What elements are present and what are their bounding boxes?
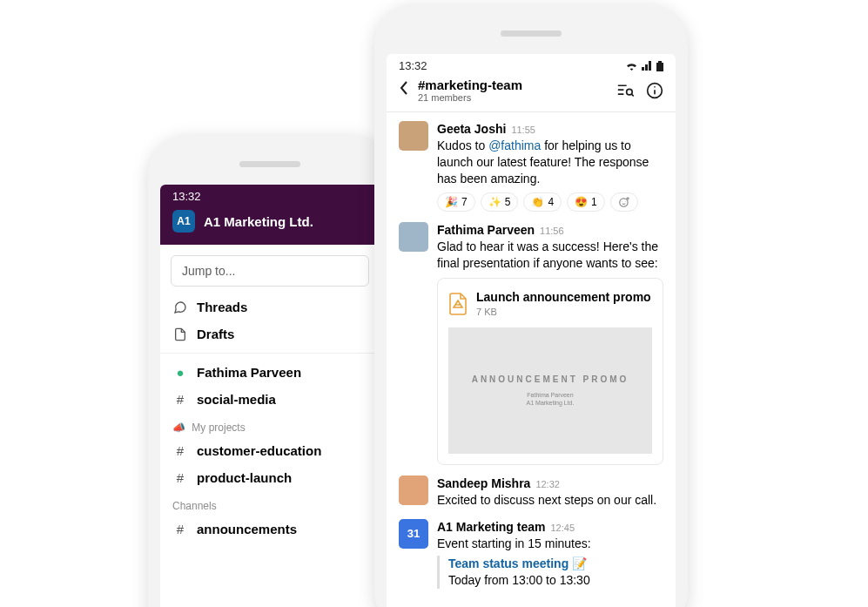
message[interactable]: Geeta Joshi 11:55 Kudos to @fathima for … xyxy=(399,121,663,212)
message-author[interactable]: Sandeep Mishra xyxy=(437,475,530,492)
phone-left: 13:32 A1 A1 Marketing Ltd. Jump to... Th… xyxy=(148,135,392,607)
svg-line-6 xyxy=(631,94,633,96)
message-author[interactable]: Fathima Parveen xyxy=(437,222,535,239)
message[interactable]: 31 A1 Marketing team 12:45 Event startin… xyxy=(399,519,663,589)
message[interactable]: Sandeep Mishra 12:32 Excited to discuss … xyxy=(399,475,663,509)
svg-point-9 xyxy=(654,86,656,88)
svg-point-10 xyxy=(620,199,628,206)
workspace-header[interactable]: A1 A1 Marketing Ltd. xyxy=(160,205,380,245)
left-screen: 13:32 A1 A1 Marketing Ltd. Jump to... Th… xyxy=(160,185,380,607)
channel-item[interactable]: # social-media xyxy=(160,386,380,413)
hash-icon: # xyxy=(172,470,188,485)
workspace-name: A1 Marketing Ltd. xyxy=(204,214,313,229)
message-author[interactable]: A1 Marketing team xyxy=(437,519,545,536)
filter-search-icon[interactable] xyxy=(616,83,634,98)
workspace-avatar: A1 xyxy=(172,210,195,233)
phone-speaker xyxy=(501,30,562,37)
hash-icon: # xyxy=(172,392,188,407)
status-time: 13:32 xyxy=(399,59,427,72)
reaction[interactable]: 🎉7 xyxy=(437,192,475,212)
message-author[interactable]: Geeta Joshi xyxy=(437,121,506,138)
message-text: Excited to discuss next steps on our cal… xyxy=(437,492,663,509)
right-screen: 13:32 #marketing-team 21 members xyxy=(387,54,676,607)
status-bar: 13:32 xyxy=(387,54,676,74)
svg-rect-1 xyxy=(656,63,663,71)
svg-point-5 xyxy=(627,89,633,95)
nav-threads[interactable]: Threads xyxy=(160,293,380,320)
section-my-projects[interactable]: 📣 My projects xyxy=(160,413,380,437)
channel-members: 21 members xyxy=(418,92,522,103)
event-title[interactable]: Team status meeting xyxy=(448,556,569,570)
mention[interactable]: @fathima xyxy=(488,138,541,152)
nav-drafts[interactable]: Drafts xyxy=(160,320,380,347)
dm-item[interactable]: ● Fathima Parveen xyxy=(160,359,380,386)
file-attachment[interactable]: Launch announcement promo 7 KB ANNOUNCEM… xyxy=(437,278,663,465)
message[interactable]: Fathima Parveen 11:56 Glad to hear it wa… xyxy=(399,222,663,465)
hash-icon: # xyxy=(172,443,188,458)
megaphone-icon: 📣 xyxy=(172,422,185,434)
event-attachment[interactable]: Team status meeting 📝 Today from 13:00 t… xyxy=(437,556,663,589)
attachment-preview[interactable]: ANNOUNCEMENT PROMO Fathima Parveen A1 Ma… xyxy=(448,327,652,454)
google-drive-icon xyxy=(448,293,468,315)
section-channels[interactable]: Channels xyxy=(160,491,380,516)
dm-name: Fathima Parveen xyxy=(197,365,301,380)
channel-name: product-launch xyxy=(197,470,292,485)
channel-item[interactable]: # customer-education xyxy=(160,437,380,464)
message-time: 11:56 xyxy=(540,225,564,238)
battery-icon xyxy=(656,61,663,71)
add-reaction-button[interactable] xyxy=(610,192,638,212)
channel-actions xyxy=(616,82,663,99)
message-list[interactable]: Geeta Joshi 11:55 Kudos to @fathima for … xyxy=(387,112,676,607)
avatar[interactable] xyxy=(399,475,428,505)
svg-rect-0 xyxy=(658,61,662,63)
nav-label: Drafts xyxy=(197,327,234,341)
status-time: 13:32 xyxy=(172,190,201,203)
info-icon[interactable] xyxy=(646,82,663,99)
reaction[interactable]: 😍1 xyxy=(567,192,605,212)
memo-icon: 📝 xyxy=(572,556,587,570)
channel-name: customer-education xyxy=(197,443,321,458)
message-text: Kudos to @fathima for helping us to laun… xyxy=(437,138,663,187)
wifi-icon xyxy=(625,61,638,71)
message-time: 12:32 xyxy=(535,478,560,491)
reaction-bar: 🎉7 ✨5 👏4 😍1 xyxy=(437,192,663,212)
channel-title-block[interactable]: #marketing-team 21 members xyxy=(418,78,522,103)
message-time: 12:45 xyxy=(550,522,575,535)
signal-icon xyxy=(642,61,653,71)
status-bar: 13:32 xyxy=(160,185,380,205)
calendar-app-icon[interactable]: 31 xyxy=(399,519,428,549)
channel-item[interactable]: # announcements xyxy=(160,516,380,543)
presence-active-icon: ● xyxy=(172,365,188,380)
threads-icon xyxy=(172,300,188,314)
channel-name: announcements xyxy=(197,522,297,536)
attachment-size: 7 KB xyxy=(476,306,651,319)
back-button[interactable] xyxy=(399,80,409,100)
channel-name: social-media xyxy=(197,392,276,407)
svg-point-12 xyxy=(625,201,626,202)
svg-point-11 xyxy=(622,201,622,202)
avatar[interactable] xyxy=(399,121,428,151)
drafts-icon xyxy=(172,327,188,341)
message-time: 11:55 xyxy=(511,124,535,137)
attachment-title: Launch announcement promo xyxy=(476,289,651,306)
channel-header: #marketing-team 21 members xyxy=(387,74,676,112)
channel-item[interactable]: # product-launch xyxy=(160,464,380,491)
phone-speaker xyxy=(239,161,300,167)
divider xyxy=(160,353,380,354)
reaction[interactable]: 👏4 xyxy=(523,192,562,212)
message-text: Glad to hear it was a success! Here's th… xyxy=(437,239,663,272)
jump-to-input[interactable]: Jump to... xyxy=(171,255,369,287)
message-text: Event starting in 15 minutes: xyxy=(437,536,663,552)
reaction[interactable]: ✨5 xyxy=(481,192,519,212)
hash-icon: # xyxy=(172,522,188,536)
phone-right: 13:32 #marketing-team 21 members xyxy=(374,4,688,607)
nav-label: Threads xyxy=(197,300,247,314)
channel-name: marketing-team xyxy=(425,78,522,92)
avatar[interactable] xyxy=(399,222,428,252)
status-icons xyxy=(625,61,663,71)
event-when: Today from 13:00 to 13:30 xyxy=(448,572,663,589)
